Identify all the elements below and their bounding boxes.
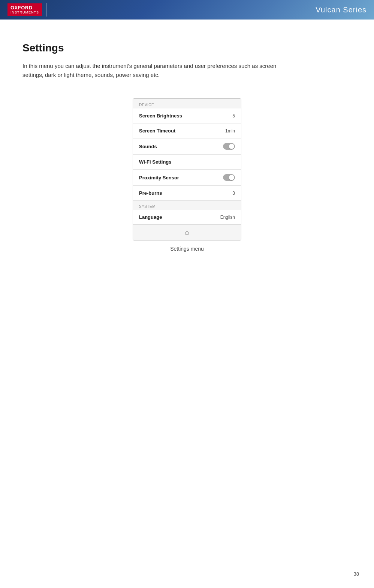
- settings-row-language: Language English: [133, 210, 241, 224]
- page-number: 38: [354, 571, 359, 577]
- brand-logo: OXFORD INSTRUMENTS: [7, 3, 52, 17]
- proximity-toggle[interactable]: [223, 174, 235, 181]
- setting-label-proximity: Proximity Sensor: [139, 175, 179, 180]
- setting-label-timeout: Screen Timeout: [139, 128, 175, 134]
- settings-row-wifi: Wi-Fi Settings: [133, 155, 241, 170]
- mockup-caption: Settings menu: [170, 246, 204, 252]
- logo-divider: [46, 3, 47, 17]
- device-screen: DEVICE Screen Brightness 5 Screen Timeou…: [133, 98, 241, 241]
- device-section-label: DEVICE: [133, 99, 241, 108]
- settings-row-preburns: Pre-burns 3: [133, 186, 241, 201]
- section-description: In this menu you can adjust the instrume…: [22, 62, 277, 80]
- setting-value-timeout: 1min: [225, 128, 235, 134]
- instruments-text: INSTRUMENTS: [10, 11, 39, 15]
- setting-value-language: English: [220, 215, 235, 220]
- settings-row-proximity: Proximity Sensor: [133, 170, 241, 186]
- settings-row-brightness: Screen Brightness 5: [133, 108, 241, 123]
- settings-row-timeout: Screen Timeout 1min: [133, 123, 241, 138]
- setting-value-preburns: 3: [232, 191, 235, 196]
- settings-row-sounds: Sounds: [133, 138, 241, 155]
- page-content: Settings In this menu you can adjust the…: [0, 20, 374, 289]
- page-header: OXFORD INSTRUMENTS Vulcan Series: [0, 0, 374, 20]
- setting-label-sounds: Sounds: [139, 144, 157, 149]
- setting-label-preburns: Pre-burns: [139, 190, 162, 196]
- oxford-text: OXFORD: [10, 5, 33, 11]
- sounds-toggle[interactable]: [223, 143, 235, 150]
- home-icon[interactable]: ⌂: [185, 229, 189, 236]
- setting-value-brightness: 5: [232, 113, 235, 119]
- setting-label-wifi: Wi-Fi Settings: [139, 159, 172, 165]
- oxford-brand: OXFORD INSTRUMENTS: [7, 3, 42, 16]
- system-section-label: SYSTEM: [133, 201, 241, 210]
- series-title: Vulcan Series: [316, 6, 367, 14]
- setting-label-brightness: Screen Brightness: [139, 113, 182, 119]
- home-bar: ⌂: [133, 224, 241, 240]
- setting-label-language: Language: [139, 214, 162, 220]
- device-mockup-container: DEVICE Screen Brightness 5 Screen Timeou…: [22, 98, 352, 252]
- page-title: Settings: [22, 42, 352, 54]
